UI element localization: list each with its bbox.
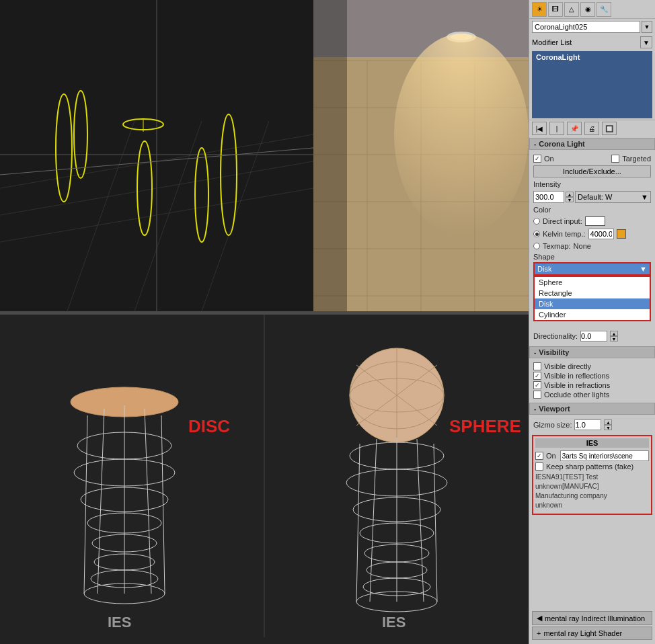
targeted-label: Targeted [622, 155, 651, 163]
sub-btn-3[interactable]: 📌 [567, 122, 582, 135]
visibility-content: Visible directly Visible in reflections … [529, 360, 655, 401]
svg-point-8 [56, 94, 72, 202]
shape-current-value: Disk [537, 265, 551, 273]
ies-info-line1: IESNA91[TEST] Test [535, 473, 649, 482]
visible-reflections-checkbox[interactable] [533, 372, 541, 380]
svg-text:IES: IES [108, 614, 131, 631]
viewport-top [0, 0, 529, 311]
shape-option-disk[interactable]: Disk [535, 298, 650, 309]
viewport-bottom[interactable]: DISC IES [0, 315, 529, 644]
panel-sub-toolbar: |◀ | 📌 🖨 🔲 [529, 120, 655, 136]
viewport-section-header[interactable]: - Viewport [529, 403, 655, 415]
texmap-label: Texmap: [543, 242, 571, 250]
object-name-btn[interactable]: ▼ [642, 21, 652, 33]
spinner-up[interactable]: ▲ [566, 192, 574, 197]
mental-ray-shader-btn[interactable]: + mental ray Light Shader [532, 627, 652, 640]
intensity-row: 300.0 ▲ ▼ Default: W ▼ [533, 190, 651, 204]
modifier-list-label: Modifier List [532, 38, 639, 46]
sub-btn-2[interactable]: | [549, 122, 564, 135]
visible-refractions-checkbox[interactable] [533, 381, 541, 389]
texmap-value: None [574, 242, 591, 250]
shape-dropdown-list: Sphere Rectangle Disk Cylinder [533, 276, 651, 321]
ies-on-row: On 3arts Sq interiors\scene [535, 450, 649, 462]
kelvin-radio[interactable] [533, 231, 540, 237]
sub-btn-4[interactable]: 🖨 [584, 122, 599, 135]
on-checkbox[interactable] [533, 155, 541, 163]
ies-keep-sharp-checkbox[interactable] [535, 462, 543, 471]
sub-btn-1[interactable]: |◀ [532, 122, 547, 135]
ies-path-input[interactable]: 3arts Sq interiors\scene [560, 450, 649, 461]
dir-spinner-down[interactable]: ▼ [610, 336, 618, 341]
gizmo-spinner-down[interactable]: ▼ [604, 425, 612, 430]
ies-keep-sharp-row: Keep sharp patterns (fake) [535, 462, 649, 471]
toolbar-icon-utilities[interactable]: 🔧 [596, 2, 611, 17]
directionality-label: Directionality: [533, 332, 578, 340]
direct-input-row: Direct input: [533, 215, 651, 227]
viewport-content: Gizmo size: 1.0 ▲ ▼ [529, 416, 655, 434]
kelvin-swatch[interactable] [617, 229, 626, 239]
on-label: On [544, 155, 554, 163]
ies-header: IES [535, 438, 649, 448]
sub-btn-5[interactable]: 🔲 [602, 122, 617, 135]
viewport-render [313, 0, 529, 311]
kelvin-label: Kelvin temp.: [543, 230, 586, 238]
corona-light-section-header[interactable]: - Corona Light [529, 138, 655, 150]
svg-point-14 [195, 148, 208, 242]
svg-point-10 [137, 141, 152, 235]
dir-spinner[interactable]: ▲ ▼ [610, 331, 618, 341]
visible-reflections-label: Visible in reflections [544, 372, 609, 380]
visibility-section-header[interactable]: - Visibility [529, 346, 655, 358]
directionality-row: Directionality: 0.0 ▲ ▼ [533, 329, 651, 343]
shape-option-sphere[interactable]: Sphere [535, 277, 650, 288]
intensity-input[interactable]: 300.0 [533, 191, 564, 203]
mental-ray-shader-icon: + [537, 629, 541, 637]
svg-rect-31 [313, 0, 347, 311]
toolbar-icon-camera[interactable]: 🎞 [548, 2, 563, 17]
texmap-radio[interactable] [533, 243, 540, 249]
directionality-input[interactable]: 0.0 [580, 331, 607, 341]
include-exclude-btn[interactable]: Include/Exclude... [533, 165, 651, 177]
ies-on-checkbox[interactable] [535, 452, 543, 460]
gizmo-spinner[interactable]: ▲ ▼ [604, 419, 612, 430]
gizmo-spinner-up[interactable]: ▲ [604, 419, 612, 425]
mental-ray-indirect-icon: ◀ [537, 614, 542, 622]
object-name-row: CoronaLight025 ▼ [529, 19, 655, 35]
dir-spinner-up[interactable]: ▲ [610, 331, 618, 336]
default-dropdown-arrow: ▼ [641, 193, 648, 201]
visible-refractions-label: Visible in refractions [544, 381, 610, 389]
visible-reflections-row: Visible in reflections [533, 371, 651, 380]
on-targeted-row: On Targeted [533, 153, 651, 164]
shape-dropdown-btn[interactable]: Disk ▼ [533, 262, 651, 276]
intensity-spinner[interactable]: ▲ ▼ [566, 192, 574, 202]
shape-option-cylinder[interactable]: Cylinder [535, 309, 650, 320]
spinner-down[interactable]: ▼ [566, 197, 574, 202]
gizmo-label: Gizmo size: [533, 421, 572, 429]
corona-light-content: On Targeted Include/Exclude... Intensity… [529, 151, 655, 345]
direct-input-swatch[interactable] [585, 216, 605, 226]
kelvin-input[interactable]: 4000.0 [588, 229, 614, 239]
visible-directly-checkbox[interactable] [533, 362, 541, 370]
visible-directly-row: Visible directly [533, 362, 651, 371]
occlude-lights-checkbox[interactable] [533, 391, 541, 399]
object-name-input[interactable]: CoronaLight025 [532, 21, 640, 33]
intensity-label-row: Intensity [533, 179, 651, 190]
shape-dropdown-arrow: ▼ [640, 265, 647, 273]
targeted-checkbox[interactable] [611, 155, 619, 163]
svg-point-30 [394, 34, 529, 235]
mental-ray-indirect-btn[interactable]: ◀ mental ray Indirect Illumination [532, 611, 652, 625]
modifier-stack[interactable]: CoronaLight [532, 51, 652, 118]
ies-info-line2: unknown[MANUFAC] [535, 482, 649, 491]
toolbar-icon-geo[interactable]: △ [564, 2, 579, 17]
modifier-list-dropdown[interactable]: ▼ [640, 36, 652, 48]
toolbar-icon-light[interactable]: ☀ [532, 2, 547, 17]
gizmo-input[interactable]: 1.0 [574, 419, 601, 430]
visibility-section-label: Visibility [539, 348, 569, 356]
texmap-row: Texmap: None [533, 241, 651, 251]
shape-option-rectangle[interactable]: Rectangle [535, 288, 650, 298]
viewport-3d[interactable] [0, 0, 313, 311]
ies-on-label: On [546, 452, 556, 460]
toolbar-icon-display[interactable]: ◉ [580, 2, 595, 17]
mental-ray-shader-label: mental ray Light Shader [543, 629, 622, 637]
direct-input-radio[interactable] [533, 218, 540, 225]
default-dropdown[interactable]: Default: W ▼ [575, 191, 651, 203]
